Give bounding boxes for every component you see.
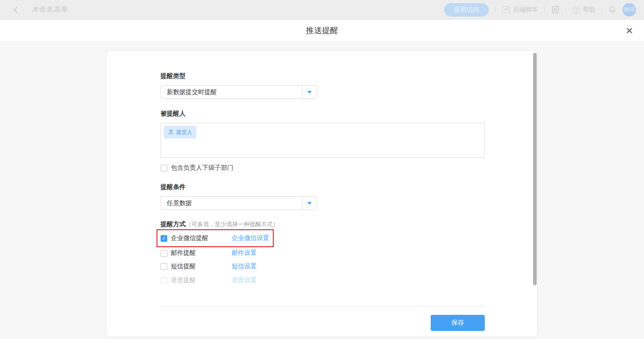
footer-divider <box>161 306 485 307</box>
wechat-settings-link[interactable]: 企业微信设置 <box>232 234 269 242</box>
mail-label: 邮件提醒 <box>171 249 196 257</box>
backend-script-label: 后端脚本 <box>513 6 538 14</box>
sms-checkbox[interactable] <box>161 263 167 270</box>
screen: 未命名表单 应用访问 </> 后端脚本 ? 帮助 <box>0 0 644 339</box>
sms-label: 短信提醒 <box>171 262 196 270</box>
voice-settings-link: 语音设置 <box>232 276 257 284</box>
mail-settings-link[interactable]: 邮件设置 <box>232 249 257 257</box>
recipients-box[interactable]: 提交人 <box>161 123 485 158</box>
settings-card: 提醒类型 新数据提交时提醒 被提醒人 提交人 包含负责人 <box>106 51 538 337</box>
recipients-label: 被提醒人 <box>161 109 485 118</box>
reminder-type-value: 新数据提交时提醒 <box>161 86 302 99</box>
chevron-down-icon <box>302 197 317 210</box>
scrollbar-thumb[interactable] <box>533 53 537 285</box>
modal-titlebar: 推送提醒 ✕ <box>0 20 644 42</box>
method-row-sms: 短信提醒 短信设置 <box>161 263 339 270</box>
app-access-button[interactable]: 应用访问 <box>444 3 489 17</box>
header-divider <box>495 7 496 13</box>
methods-label-row: 提醒方式 （可多选，至少选择一种提醒方式） <box>161 220 485 228</box>
form-title: 未命名表单 <box>32 5 68 14</box>
avatar[interactable]: 测试 <box>623 3 636 17</box>
include-subdept-label: 包含负责人下级子部门 <box>171 164 233 172</box>
header-divider <box>602 7 602 13</box>
reminder-type-label: 提醒类型 <box>161 72 485 80</box>
wechat-checkbox[interactable]: ✓ <box>161 235 167 242</box>
condition-select[interactable]: 任意数据 <box>161 196 317 210</box>
modal-body: 提醒类型 新数据提交时提醒 被提醒人 提交人 包含负责人 <box>0 43 644 339</box>
check-icon: ✓ <box>162 236 166 241</box>
close-icon[interactable]: ✕ <box>625 26 633 35</box>
recipient-tag[interactable]: 提交人 <box>164 126 196 138</box>
code-icon: </> <box>502 6 510 13</box>
checkbox-icon[interactable] <box>161 165 167 172</box>
method-row-mail: 邮件提醒 邮件设置 <box>161 249 339 257</box>
bell-icon[interactable] <box>608 6 616 14</box>
back-icon[interactable] <box>12 5 21 14</box>
person-icon <box>168 129 174 135</box>
wechat-label: 企业微信提醒 <box>171 234 208 242</box>
modal-title: 推送提醒 <box>0 20 644 42</box>
reminder-type-select[interactable]: 新数据提交时提醒 <box>161 85 317 99</box>
method-row-wechat: ✓ 企业微信提醒 企业微信设置 <box>161 235 339 242</box>
method-row-voice: 语音提醒 语音设置 <box>161 277 339 284</box>
help-label: 帮助 <box>583 6 595 14</box>
mail-checkbox[interactable] <box>161 250 167 257</box>
chevron-down-icon <box>302 86 317 99</box>
sms-settings-link[interactable]: 短信设置 <box>232 262 257 270</box>
highlight-box: ✓ 企业微信提醒 企业微信设置 <box>157 229 274 247</box>
contacts-icon[interactable] <box>551 5 559 14</box>
recipient-tag-label: 提交人 <box>176 129 192 136</box>
help-button[interactable]: ? 帮助 <box>572 6 595 14</box>
backend-script-button[interactable]: </> 后端脚本 <box>502 6 538 14</box>
condition-label: 提醒条件 <box>161 183 485 191</box>
condition-value: 任意数据 <box>161 197 302 210</box>
top-header: 未命名表单 应用访问 </> 后端脚本 ? 帮助 <box>0 0 644 20</box>
voice-label: 语音提醒 <box>171 276 196 284</box>
methods-hint: （可多选，至少选择一种提醒方式） <box>186 220 279 228</box>
methods-label: 提醒方式 <box>161 220 186 228</box>
header-divider <box>566 7 566 13</box>
voice-checkbox <box>161 277 167 284</box>
header-divider <box>544 7 545 13</box>
include-subdept-checkbox[interactable]: 包含负责人下级子部门 <box>161 164 339 172</box>
save-button[interactable]: 保存 <box>431 315 485 331</box>
question-icon: ? <box>572 6 580 13</box>
